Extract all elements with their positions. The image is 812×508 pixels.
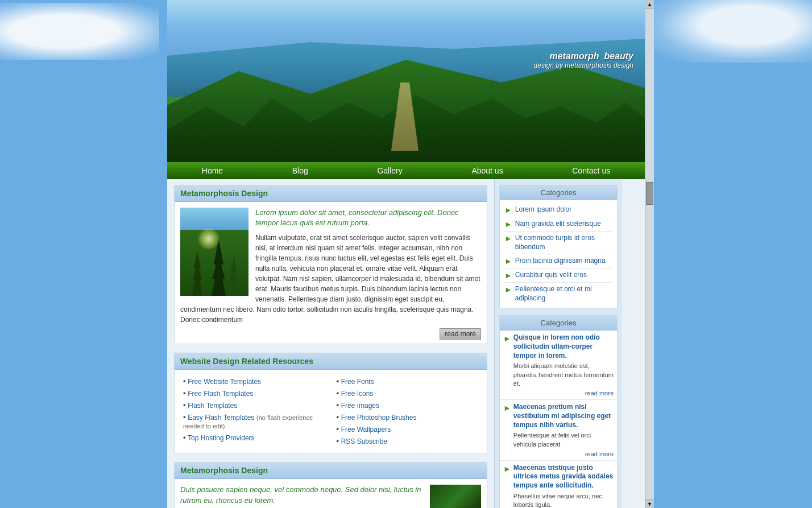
resources-header: Website Design Related Resources xyxy=(175,353,487,370)
sidebar-item: ► Nam gravida elit scelerisque xyxy=(504,217,612,232)
sidebar-article-content-2: Maecenas pretium nisl vestibulum mi adip… xyxy=(513,403,614,457)
sidebar-article-read-more-2[interactable]: read more xyxy=(513,451,614,457)
resource-item: Flash Templates xyxy=(183,399,325,411)
design-credit: design by metamorphosis design xyxy=(534,61,633,69)
resource-link-5[interactable]: Top Hosting Providers xyxy=(188,434,254,442)
resource-link-11[interactable]: RSS Subscribe xyxy=(341,437,387,445)
cloud-left-decoration xyxy=(0,3,159,60)
resource-item: Top Hosting Providers xyxy=(183,432,325,444)
site-name: metamorph_beauty xyxy=(534,51,633,61)
sidebar-category-link-6[interactable]: Pellentesque et orci et mi adipiscing xyxy=(515,285,612,303)
resource-item: RSS Subscribe xyxy=(337,435,479,447)
bullet-icon: ► xyxy=(504,205,512,214)
article-2-body: Duis posuere sapien neque, vel commodo n… xyxy=(175,479,487,508)
resources-list-2: Free Fonts Free Icons Free Images Free P… xyxy=(337,375,479,447)
article-1-body: Lorem ipsum dolor sit amet, consectetur … xyxy=(175,202,487,344)
sidebar-categories-2: Categories ► Quisque in lorem non odio s… xyxy=(499,315,618,508)
resources-col-2: Free Fonts Free Icons Free Images Free P… xyxy=(337,375,479,447)
resource-item: Free Wallpapers xyxy=(337,423,479,435)
scrollbar-up-button[interactable]: ▲ xyxy=(645,0,654,9)
sidebar-article-read-more-1[interactable]: read more xyxy=(513,390,614,397)
resource-item: Free Fonts xyxy=(337,375,479,387)
sidebar-item: ► Curabitur quis velit eros xyxy=(504,269,612,283)
sidebar-category-link-2[interactable]: Nam gravida elit scelerisque xyxy=(515,220,601,229)
resources-col-1: Free Website Templates Free Flash Templa… xyxy=(183,375,325,447)
bullet-icon: ► xyxy=(504,271,512,280)
scrollbar-thumb[interactable] xyxy=(646,182,653,205)
article-2-header: Metamorphosis Design xyxy=(175,462,487,479)
sidebar-article-body-2: Pellentesque at felis vel orci vehicula … xyxy=(513,431,614,449)
header-branding: metamorph_beauty design by metamorphosis… xyxy=(534,51,633,69)
bullet-icon: ► xyxy=(504,285,512,294)
resource-item: Free Photoshop Brushes xyxy=(337,411,479,423)
article-1-image xyxy=(180,208,248,296)
nav-blog[interactable]: Blog xyxy=(281,163,320,178)
bullet-icon: ► xyxy=(504,234,512,243)
sidebar-item: ► Proin lacinia dignissim magna xyxy=(504,254,612,269)
sidebar-category-link-4[interactable]: Proin lacinia dignissim magna xyxy=(515,257,606,266)
sidebar-category-link-3[interactable]: Ut commodo turpis id eros bibendum xyxy=(515,234,612,251)
resource-link-9[interactable]: Free Photoshop Brushes xyxy=(341,414,417,422)
resources-list-1: Free Website Templates Free Flash Templa… xyxy=(183,375,325,444)
resource-item: Free Icons xyxy=(337,387,479,399)
article-1-title: Metamorphosis Design xyxy=(180,189,481,198)
sidebar-category-link-1[interactable]: Lorem ipsum dolor xyxy=(515,205,571,214)
sidebar-categories-1: Categories ► Lorem ipsum dolor ► Nam gra… xyxy=(499,185,618,308)
sidebar-article-title-text-1: Quisque in lorem non odio sollicitudin u… xyxy=(513,333,600,359)
resource-item: Free Flash Templates xyxy=(183,387,325,399)
sidebar-article-title-1[interactable]: Quisque in lorem non odio sollicitudin u… xyxy=(513,333,614,360)
nav-contact[interactable]: Contact us xyxy=(561,163,622,178)
light-effect xyxy=(197,228,220,250)
site-header: metamorph_beauty design by metamorphosis… xyxy=(167,0,645,162)
nav-home[interactable]: Home xyxy=(190,163,234,178)
sidebar-categories-1-title: Categories xyxy=(506,188,611,197)
nav-about[interactable]: About us xyxy=(460,163,514,178)
sidebar-item: ► Ut commodo turpis id eros bibendum xyxy=(504,232,612,254)
nav-gallery[interactable]: Gallery xyxy=(366,163,413,178)
resource-link-6[interactable]: Free Fonts xyxy=(341,378,374,386)
resources-section: Website Design Related Resources Free We… xyxy=(174,353,487,453)
scrollbar[interactable]: ▲ ▼ xyxy=(645,0,654,508)
bullet-icon: ► xyxy=(504,257,512,266)
sidebar-categories-1-list: ► Lorem ipsum dolor ► Nam gravida elit s… xyxy=(500,200,617,308)
article-1-header: Metamorphosis Design xyxy=(175,185,487,202)
resource-item: Free Website Templates xyxy=(183,375,325,387)
sidebar-article-content-3: Maecenas tristique justo ultrices metus … xyxy=(513,464,614,508)
sidebar-article-row-1: ► Quisque in lorem non odio sollicitudin… xyxy=(500,331,617,400)
resource-link-1[interactable]: Free Website Templates xyxy=(188,378,261,386)
sidebar-category-link-5[interactable]: Curabitur quis velit eros xyxy=(515,271,587,280)
bullet-icon: ► xyxy=(503,403,511,412)
bullet-icon: ► xyxy=(503,334,511,343)
sidebar-article-row-2: ► Maecenas pretium nisl vestibulum mi ad… xyxy=(500,400,617,461)
sidebar-article-body-1: Morbi aliquam molestie est, pharetra hen… xyxy=(513,362,614,388)
main-content: Metamorphosis Design Lorem ipsum dolor s… xyxy=(167,179,494,508)
scrollbar-down-button[interactable]: ▼ xyxy=(645,499,654,508)
sidebar-item: ► Lorem ipsum dolor xyxy=(504,203,612,217)
resource-link-10[interactable]: Free Wallpapers xyxy=(341,426,391,433)
sidebar-article-title-2[interactable]: Maecenas pretium nisl vestibulum mi adip… xyxy=(513,403,614,429)
resource-link-8[interactable]: Free Images xyxy=(341,402,379,410)
cloud-right-decoration xyxy=(653,0,812,63)
article-1-read-more-button[interactable]: read more xyxy=(440,328,481,340)
resource-link-3[interactable]: Flash Templates xyxy=(188,402,237,410)
article-2-image xyxy=(430,485,481,508)
sidebar-item: ► Pellentesque et orci et mi adipiscing xyxy=(504,283,612,305)
article-1-read-more-row: read more xyxy=(180,329,481,338)
sidebar-categories-2-title: Categories xyxy=(506,319,611,327)
sidebar-categories-2-header: Categories xyxy=(500,316,617,331)
article-2-img-bg xyxy=(430,485,481,508)
resource-link-4[interactable]: Easy Flash Templates xyxy=(188,414,254,422)
sidebar: Categories ► Lorem ipsum dolor ► Nam gra… xyxy=(494,179,622,508)
article-1: Metamorphosis Design Lorem ipsum dolor s… xyxy=(174,185,487,344)
sidebar-article-body-3: Phasellus vitae neque arcu, nec lobortis… xyxy=(513,492,614,508)
bullet-icon: ► xyxy=(503,464,511,473)
sidebar-categories-1-header: Categories xyxy=(500,185,617,200)
sidebar-article-row-3: ► Maecenas tristique justo ultrices metu… xyxy=(500,461,617,508)
resource-item: Easy Flash Templates (no flash experienc… xyxy=(183,411,325,432)
resource-link-7[interactable]: Free Icons xyxy=(341,390,374,398)
sidebar-article-content-1: Quisque in lorem non odio sollicitudin u… xyxy=(513,333,614,397)
resources-title: Website Design Related Resources xyxy=(180,357,481,366)
resource-link-2[interactable]: Free Flash Templates xyxy=(188,390,253,398)
navigation-bar: Home Blog Gallery About us Contact us xyxy=(167,162,645,179)
sidebar-article-title-3[interactable]: Maecenas tristique justo ultrices metus … xyxy=(513,464,614,490)
